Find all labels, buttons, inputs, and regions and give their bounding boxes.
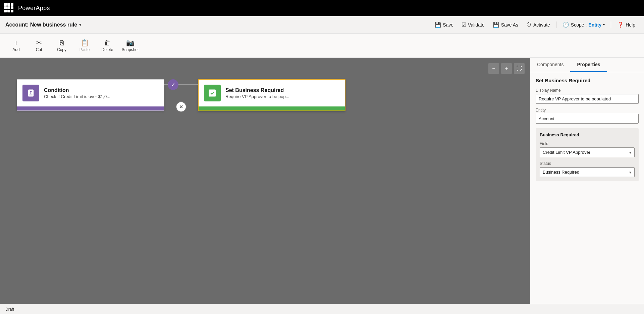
save-as-button[interactable]: 💾 Save As — [489, 19, 522, 30]
header-bar: Account: New business rule ▾ 💾 Save ☑ Va… — [0, 16, 644, 34]
condition-icon-box — [22, 85, 39, 101]
condition-node-title: Condition — [44, 87, 110, 93]
waffle-icon[interactable] — [4, 3, 14, 13]
toolbar: ＋ Add ✂ Cut ⎘ Copy 📋 Paste 🗑 Delete 📷 Sn… — [0, 34, 644, 58]
right-panel: Components Properties Set Business Requi… — [530, 58, 644, 304]
zoom-out-icon: − — [492, 65, 495, 72]
condition-icon — [26, 88, 36, 98]
business-required-title: Business Required — [540, 132, 635, 137]
condition-node[interactable]: Condition Check if Credit Limit is over … — [17, 79, 164, 111]
page-title-text: Account: New business rule — [5, 22, 77, 28]
action-node[interactable]: Set Business Required Require VP Approve… — [198, 79, 345, 111]
connector-line-area: ✓ — [164, 78, 198, 91]
delete-button[interactable]: 🗑 Delete — [97, 36, 118, 56]
validate-button[interactable]: ☑ Validate — [458, 19, 488, 30]
field-label: Field — [540, 141, 635, 146]
zoom-in-icon: ＋ — [504, 65, 509, 72]
page-title: Account: New business rule ▾ — [5, 22, 81, 28]
status-bar: Draft — [0, 304, 644, 314]
validate-icon: ☑ — [462, 21, 466, 28]
top-bar: PowerApps — [0, 0, 644, 16]
title-chevron-icon[interactable]: ▾ — [79, 23, 81, 27]
display-name-label: Display Name — [536, 88, 639, 93]
cut-button[interactable]: ✂ Cut — [28, 36, 50, 56]
field-select-wrap: Credit Limit VP Approver ▼ — [540, 147, 635, 157]
condition-node-footer — [17, 106, 164, 110]
action-node-title: Set Business Required — [225, 87, 289, 93]
panel-tabs: Components Properties — [530, 58, 644, 72]
zoom-out-button[interactable]: − — [488, 63, 499, 74]
condition-node-subtitle: Check if Credit Limit is over $1,0... — [44, 94, 110, 99]
save-as-icon: 💾 — [493, 21, 499, 28]
scope-chevron-icon: ▾ — [603, 23, 605, 27]
tab-components[interactable]: Components — [530, 58, 570, 72]
action-icon-box — [204, 85, 221, 101]
condition-node-text: Condition Check if Credit Limit is over … — [44, 87, 110, 99]
help-button[interactable]: ❓ Help — [614, 19, 639, 30]
scope-button[interactable]: 🕐 Scope : Entity ▾ — [559, 19, 608, 30]
fit-view-button[interactable]: ⛶ — [514, 63, 525, 74]
action-node-text: Set Business Required Require VP Approve… — [225, 87, 289, 99]
copy-icon: ⎘ — [60, 39, 64, 46]
condition-node-header: Condition Check if Credit Limit is over … — [17, 80, 164, 106]
delete-icon: 🗑 — [104, 39, 111, 46]
scope-label: Scope : — [571, 22, 587, 28]
add-icon: ＋ — [13, 39, 19, 46]
panel-section-title: Set Business Required — [536, 78, 639, 83]
header-separator2 — [611, 21, 611, 28]
action-node-footer — [199, 106, 345, 110]
scope-icon: 🕐 — [562, 21, 569, 28]
panel-content: Set Business Required Display Name Entit… — [530, 72, 644, 304]
field-select[interactable]: Credit Limit VP Approver — [540, 147, 635, 157]
header-separator — [556, 21, 556, 28]
scope-value: Entity — [588, 22, 601, 28]
flow-area: Condition Check if Credit Limit is over … — [17, 78, 345, 112]
status-select[interactable]: Business RequiredNot Business RequiredOp… — [540, 167, 635, 177]
help-icon: ❓ — [617, 21, 624, 28]
status-select-wrap: Business RequiredNot Business RequiredOp… — [540, 167, 635, 177]
save-icon: 💾 — [434, 21, 441, 28]
main-area: − ＋ ⛶ Condition C — [0, 58, 644, 304]
fit-view-icon: ⛶ — [517, 65, 522, 72]
connector: ✓ ✕ — [164, 78, 198, 112]
cut-icon: ✂ — [36, 39, 42, 46]
save-button[interactable]: 💾 Save — [431, 19, 457, 30]
action-node-subtitle: Require VP Approver to be pop... — [225, 94, 289, 99]
zoom-in-button[interactable]: ＋ — [501, 63, 512, 74]
snapshot-icon: 📷 — [126, 39, 135, 46]
business-required-subsection: Business Required Field Credit Limit VP … — [536, 128, 639, 181]
tab-properties[interactable]: Properties — [570, 58, 607, 72]
copy-button[interactable]: ⎘ Copy — [51, 36, 72, 56]
action-icon — [208, 88, 217, 98]
snapshot-button[interactable]: 📷 Snapshot — [119, 36, 141, 56]
canvas[interactable]: − ＋ ⛶ Condition C — [0, 58, 530, 304]
activate-icon: ⏱ — [526, 22, 532, 28]
connector-x-icon: ✕ — [176, 101, 186, 112]
activate-button[interactable]: ⏱ Activate — [523, 20, 553, 30]
header-actions: 💾 Save ☑ Validate 💾 Save As ⏱ Activate 🕐… — [431, 19, 639, 30]
paste-icon: 📋 — [80, 39, 89, 46]
app-name: PowerApps — [18, 5, 50, 12]
entity-input[interactable] — [536, 114, 639, 124]
status-text: Draft — [5, 307, 14, 312]
action-node-header: Set Business Required Require VP Approve… — [199, 80, 345, 106]
paste-button[interactable]: 📋 Paste — [74, 36, 95, 56]
add-button[interactable]: ＋ Add — [5, 36, 27, 56]
display-name-input[interactable] — [536, 94, 639, 104]
connector-x-area: ✕ — [176, 101, 186, 112]
status-label: Status — [540, 161, 635, 166]
entity-label: Entity — [536, 108, 639, 113]
connector-check-icon: ✓ — [168, 79, 178, 90]
canvas-controls: − ＋ ⛶ — [488, 63, 525, 74]
